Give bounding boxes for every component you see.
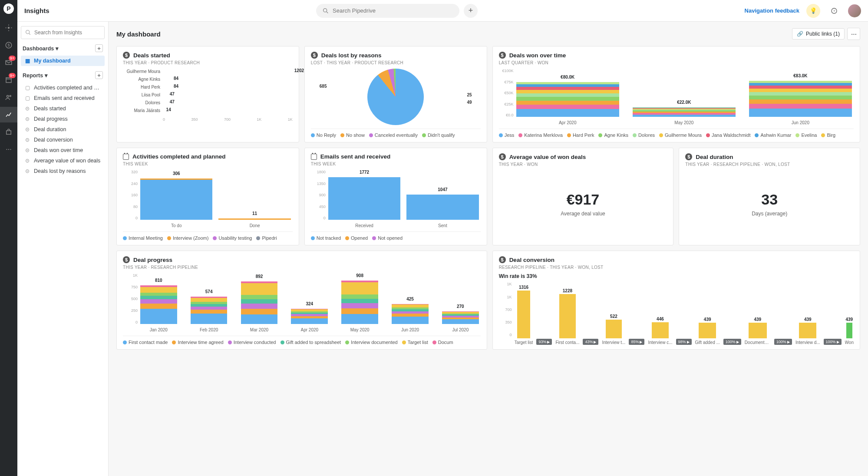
dashboard-title: My dashboard (116, 30, 161, 38)
rail-calendar-icon[interactable]: 9+ (0, 72, 17, 88)
dashboard-canvas: My dashboard 🔗Public links (1) ⋯ $Deals … (109, 22, 868, 476)
sidebar-report-item[interactable]: ⊝Deals started (21, 103, 105, 114)
rail-more-icon[interactable] (0, 142, 17, 157)
card-deal-conversion[interactable]: $Deal conversion RESEARCH PIPELINE · THI… (492, 251, 860, 350)
svg-point-9 (8, 149, 9, 150)
sidebar: Dashboards ▾ + ▦My dashboard Reports ▾ +… (17, 22, 109, 476)
sidebar-search[interactable] (21, 26, 105, 39)
global-search[interactable] (316, 4, 459, 18)
page-section-title: Insights (24, 7, 50, 14)
legend-item: Birg (821, 132, 835, 138)
sidebar-report-item[interactable]: ⊝Deals won over time (21, 145, 105, 155)
dollar-icon: $ (499, 52, 506, 59)
legend-item: Katerina Merklova (518, 132, 563, 138)
calendar-icon: ▢ (24, 95, 30, 101)
dollar-icon: ⊝ (24, 147, 30, 153)
dollar-icon: ⊝ (24, 158, 30, 164)
add-dashboard-button[interactable]: + (95, 44, 103, 52)
card-deals-lost[interactable]: $Deals lost by reasons LOST · THIS YEAR … (304, 46, 487, 142)
legend-item: Interview (Zoom) (167, 235, 209, 241)
legend-item: First contact made (123, 340, 168, 345)
legend-item: Canceled eventually (369, 132, 418, 138)
dollar-icon: $ (499, 256, 506, 263)
svg-point-8 (6, 149, 7, 150)
dollar-icon: $ (123, 256, 130, 263)
nav-rail: P $ 9+ 9+ (0, 0, 17, 476)
rail-insights-icon[interactable] (0, 107, 17, 122)
sidebar-report-item[interactable]: ⊝Average value of won deals (21, 155, 105, 166)
legend-item: Didn't qualify (422, 132, 455, 138)
svg-point-14 (26, 30, 30, 34)
sidebar-report-item[interactable]: ▢Activities completed and … (21, 83, 105, 93)
svg-point-10 (10, 149, 11, 150)
card-emails[interactable]: Emails sent and received THIS WEEK 18001… (304, 148, 487, 245)
sidebar-search-input[interactable] (34, 30, 101, 36)
rail-focus-icon[interactable] (0, 20, 17, 36)
chevron-down-icon: ▾ (45, 73, 48, 79)
sidebar-report-item[interactable]: ⊝Deal progress (21, 114, 105, 124)
card-deal-duration[interactable]: $Deal duration THIS YEAR · RESEARCH PIPE… (679, 148, 860, 245)
sidebar-section-dashboards[interactable]: Dashboards ▾ + (21, 42, 105, 53)
svg-text:$: $ (7, 43, 10, 47)
search-icon (322, 7, 329, 14)
legend-item: Internal Meeting (123, 235, 163, 241)
sidebar-report-item[interactable]: ⊝Deals lost by reasons (21, 166, 105, 176)
legend-item: Not tracked (311, 235, 341, 241)
add-report-button[interactable]: + (95, 71, 103, 79)
rail-deals-icon[interactable]: $ (0, 37, 17, 53)
user-avatar[interactable] (848, 4, 861, 17)
svg-point-0 (8, 27, 10, 29)
sidebar-section-reports[interactable]: Reports ▾ + (21, 69, 105, 80)
search-icon (25, 29, 32, 36)
card-activities[interactable]: Activities completed and planned THIS WE… (116, 148, 299, 245)
dollar-icon: $ (123, 52, 130, 59)
global-search-input[interactable] (333, 7, 453, 14)
legend-item: Dolores (633, 132, 655, 138)
logo-icon[interactable]: P (3, 3, 14, 14)
dashboard-more-button[interactable]: ⋯ (847, 28, 860, 40)
rail-mail-icon[interactable]: 9+ (0, 55, 17, 70)
card-deals-won-time[interactable]: $Deals won over time LAST QUARTER · WON … (492, 46, 860, 142)
legend-item: No Reply (311, 132, 336, 138)
dollar-icon: ⊝ (24, 116, 30, 122)
calendar-icon: ▢ (24, 85, 30, 91)
topbar: Insights + Navigation feedback 💡 ? (17, 0, 868, 22)
sidebar-report-item[interactable]: ⊝Deal conversion (21, 135, 105, 145)
svg-point-6 (10, 96, 11, 97)
svg-rect-7 (7, 131, 11, 134)
legend-item: Ashwin Kumar (755, 132, 791, 138)
legend-item: Usability testing (213, 235, 252, 241)
svg-point-11 (323, 8, 327, 12)
dollar-icon: ⊝ (24, 106, 30, 112)
legend-item: Opened (345, 235, 368, 241)
public-links-button[interactable]: 🔗Public links (1) (792, 28, 845, 40)
legend-item: Not opened (372, 235, 403, 241)
sidebar-report-item[interactable]: ⊝Deal duration (21, 124, 105, 135)
legend-item: No show (340, 132, 365, 138)
legend-item: Target list (402, 340, 428, 345)
dollar-icon: $ (311, 52, 318, 59)
dollar-icon: ⊝ (24, 126, 30, 132)
chevron-down-icon: ▾ (56, 46, 59, 52)
sidebar-report-item[interactable]: ▢Emails sent and received (21, 93, 105, 103)
legend-item: Docum (432, 340, 453, 345)
svg-text:?: ? (833, 9, 835, 13)
card-deals-started[interactable]: $Deals started THIS YEAR · PRODUCT RESEA… (116, 46, 299, 142)
add-button[interactable]: + (464, 4, 478, 18)
grid-icon: ▦ (24, 58, 30, 64)
navigation-feedback-link[interactable]: Navigation feedback (745, 7, 799, 14)
tips-icon[interactable]: 💡 (806, 4, 820, 18)
card-deal-progress[interactable]: $Deal progress THIS YEAR · RESEARCH PIPE… (116, 251, 487, 350)
help-icon[interactable]: ? (827, 4, 841, 18)
dollar-icon: ⊝ (24, 168, 30, 174)
legend-item: Evelina (795, 132, 817, 138)
sidebar-dashboard-item[interactable]: ▦My dashboard (21, 56, 105, 66)
legend-item: Gift added to spreadsheet (281, 340, 341, 345)
link-icon: 🔗 (797, 31, 803, 37)
svg-point-5 (7, 96, 9, 98)
card-avg-value[interactable]: $Average value of won deals THIS YEAR · … (492, 148, 674, 245)
rail-contacts-icon[interactable] (0, 89, 17, 105)
rail-products-icon[interactable] (0, 124, 17, 140)
legend-item: Pipedri (256, 235, 277, 241)
legend-item: Guilherme Moura (659, 132, 702, 138)
